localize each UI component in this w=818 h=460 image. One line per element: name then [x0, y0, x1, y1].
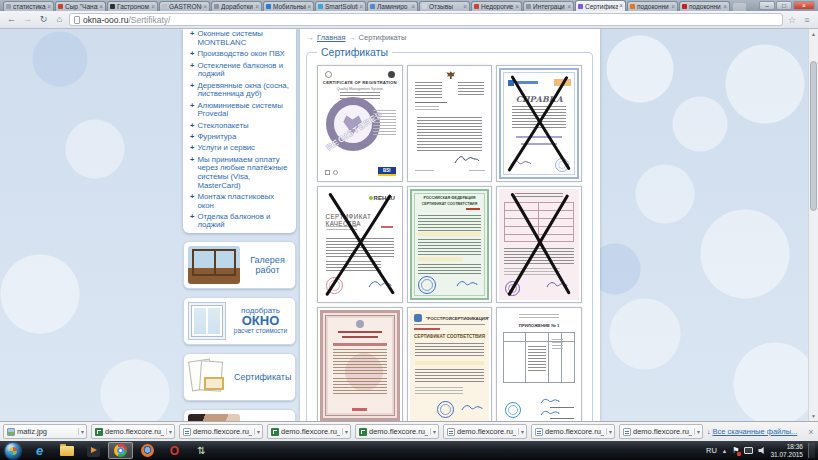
download-menu-chevron-icon[interactable]: ▾	[518, 428, 524, 435]
download-item[interactable]: demo.flexcore.ru_2...html ▾	[443, 424, 527, 439]
speaker-icon[interactable]	[758, 447, 765, 454]
certificate-thumbnail[interactable]: CERTIFICATE OF REGISTRATION Quality Mana…	[317, 65, 403, 182]
sidebar-menu-item[interactable]: + Отделка балконов и лоджий	[190, 212, 291, 232]
browser-tab[interactable]: подоконни ×	[627, 1, 678, 11]
download-item[interactable]: demo.flexcore.ru_2...html ▾	[179, 424, 263, 439]
home-button[interactable]: ⌂	[53, 13, 66, 26]
browser-tab[interactable]: Гастроном ×	[107, 1, 158, 11]
tab-close-icon[interactable]: ×	[723, 4, 727, 10]
tab-close-icon[interactable]: ×	[619, 3, 623, 9]
download-menu-chevron-icon[interactable]: ▾	[694, 428, 700, 435]
scroll-down-arrow[interactable]: ▼	[809, 411, 818, 421]
certificate-thumbnail[interactable]: РОССИЙСКАЯ ФЕДЕРАЦИЯ СЕРТИФИКАТ СООТВЕТС…	[407, 186, 493, 303]
browser-tab[interactable]: подоконни ×	[679, 1, 730, 11]
language-indicator[interactable]: RU	[706, 446, 717, 455]
tab-close-icon[interactable]: ×	[47, 4, 51, 10]
download-item[interactable]: demo.flexcore.ru_29....csv ▾	[91, 424, 175, 439]
tray-clock[interactable]: 18:36 31.07.2015	[770, 443, 803, 458]
show-all-downloads[interactable]: ↓ Все скачанные файлы...	[707, 427, 797, 436]
sidebar-menu-item[interactable]: + Производство окон ПВХ	[190, 49, 291, 60]
browser-tab[interactable]: Отзывы ×	[419, 1, 470, 11]
browser-tab[interactable]: Ламиниро ×	[367, 1, 418, 11]
window-close-button[interactable]: ×	[793, 1, 815, 10]
certificate-thumbnail[interactable]: REHAU СЕРТИФИКАТ КАЧЕСТВА	[317, 186, 403, 303]
download-item[interactable]: matiz.jpg ▾	[3, 424, 87, 439]
download-menu-chevron-icon[interactable]: ▾	[166, 428, 172, 435]
tab-close-icon[interactable]: ×	[567, 4, 571, 10]
window-minimize-button[interactable]: –	[759, 1, 775, 10]
browser-tab[interactable]: Недорогие ×	[471, 1, 522, 11]
taskbar-ie[interactable]: e	[27, 442, 52, 459]
tab-close-icon[interactable]: ×	[411, 4, 415, 10]
sidebar-menu-item[interactable]: + Алюминиевые системы Provedal	[190, 100, 291, 120]
bookmark-star-icon[interactable]: ☆	[786, 15, 798, 25]
browser-tab[interactable]: GASTRONO ×	[159, 1, 210, 11]
new-tab-button[interactable]	[733, 3, 746, 11]
taskbar-chrome-active[interactable]	[108, 442, 133, 459]
certificate-thumbnail[interactable]: ПРИЛОЖЕНИЕ № 1	[496, 307, 582, 421]
download-item[interactable]: demo.flexcore.ru_29....csv ▾	[355, 424, 439, 439]
start-button[interactable]	[5, 443, 21, 459]
sidebar-menu-item[interactable]: + Мы принимаем оплату через любые платёж…	[190, 154, 291, 191]
certificate-thumbnail[interactable]	[317, 307, 403, 421]
download-item[interactable]: demo.flexcore.ru_2...html ▾	[531, 424, 615, 439]
tab-close-icon[interactable]: ×	[255, 4, 259, 10]
sidebar-menu-item[interactable]: + Оконные системы MONTBLANC	[190, 29, 291, 49]
tab-close-icon[interactable]: ×	[463, 4, 467, 10]
sidebar-menu-item[interactable]: + Услуги и сервис	[190, 143, 291, 154]
back-button[interactable]: ←	[5, 13, 18, 26]
taskbar-opera[interactable]: O	[162, 442, 187, 459]
tab-close-icon[interactable]: ×	[151, 4, 155, 10]
download-menu-chevron-icon[interactable]: ▾	[430, 428, 436, 435]
tab-close-icon[interactable]: ×	[99, 4, 103, 10]
download-item[interactable]: demo.flexcore.ru_29....csv ▾	[267, 424, 351, 439]
taskbar-firefox[interactable]	[135, 442, 160, 459]
browser-tab[interactable]: Мобильный ×	[263, 1, 314, 11]
show-all-downloads-link[interactable]: Все скачанные файлы...	[713, 427, 798, 436]
sidebar-menu-item[interactable]: + Полезная информация	[190, 231, 291, 233]
certificate-thumbnail[interactable]	[496, 186, 582, 303]
network-icon[interactable]	[744, 447, 753, 454]
taskbar-media-player[interactable]	[81, 442, 106, 459]
promo-window-calc-card[interactable]: подобрать ОКНО расчет стоимости	[183, 297, 296, 345]
sidebar-menu-item[interactable]: + Стеклопакеты	[190, 120, 291, 131]
browser-tab[interactable]: статистика ×	[3, 1, 54, 11]
browser-tab[interactable]: Сыр "Чанах" ×	[55, 1, 106, 11]
breadcrumb-home-link[interactable]: Главная	[317, 33, 346, 42]
page-scrollbar[interactable]: ▲ ▼	[808, 29, 818, 421]
download-menu-chevron-icon[interactable]: ▾	[78, 428, 84, 435]
tab-close-icon[interactable]: ×	[307, 4, 311, 10]
browser-tab[interactable]: Доработки ×	[211, 1, 262, 11]
sidebar-menu-item[interactable]: + Деревянные окна (сосна, лиственница ду…	[190, 80, 291, 100]
promo-gallery-card[interactable]: Галерея работ	[183, 241, 296, 289]
download-menu-chevron-icon[interactable]: ▾	[254, 428, 260, 435]
sidebar-menu-item[interactable]: + Фурнитура	[190, 132, 291, 143]
refresh-button[interactable]: ↻	[37, 13, 50, 26]
tab-close-icon[interactable]: ×	[515, 4, 519, 10]
scroll-up-arrow[interactable]: ▲	[809, 29, 818, 39]
scrollbar-thumb[interactable]	[810, 61, 817, 211]
promo-online-card[interactable]: ONLINE	[183, 409, 296, 421]
download-item[interactable]: demo.flexcore.ru_2...html ▾	[619, 424, 703, 439]
address-bar[interactable]: okna-ooo.ru/Sertifikaty/	[69, 13, 783, 26]
tab-close-icon[interactable]: ×	[203, 4, 207, 10]
browser-menu-icon[interactable]: ≡	[801, 15, 813, 25]
sidebar-menu-item[interactable]: + Остекление балконов и лоджий	[190, 60, 291, 80]
hidden-icons-arrow[interactable]: ▲	[722, 448, 727, 454]
window-maximize-button[interactable]: □	[776, 1, 792, 10]
certificate-thumbnail[interactable]: "РОССТРОЙСЕРТИФИКАЦИЯ" СЕРТИФИКАТ СООТВЕ…	[407, 307, 493, 421]
download-menu-chevron-icon[interactable]: ▾	[606, 428, 612, 435]
certificate-thumbnail[interactable]	[407, 65, 493, 182]
taskbar-explorer[interactable]	[54, 442, 79, 459]
browser-tab[interactable]: Сертификат ×	[575, 0, 626, 11]
action-center-flag-icon[interactable]: ⚑	[732, 447, 739, 455]
browser-tab[interactable]: SmartSoluti ×	[315, 1, 366, 11]
forward-button[interactable]: →	[21, 13, 34, 26]
sidebar-menu-item[interactable]: + Монтаж пластиковых окон	[190, 192, 291, 212]
browser-tab[interactable]: Интеграци ×	[523, 1, 574, 11]
tab-close-icon[interactable]: ×	[359, 4, 363, 10]
show-desktop-button[interactable]	[808, 443, 815, 458]
tab-close-icon[interactable]: ×	[671, 4, 675, 10]
certificate-thumbnail[interactable]: СПРАВКА	[496, 65, 582, 182]
promo-certificates-card[interactable]: Сертификаты	[183, 353, 296, 401]
